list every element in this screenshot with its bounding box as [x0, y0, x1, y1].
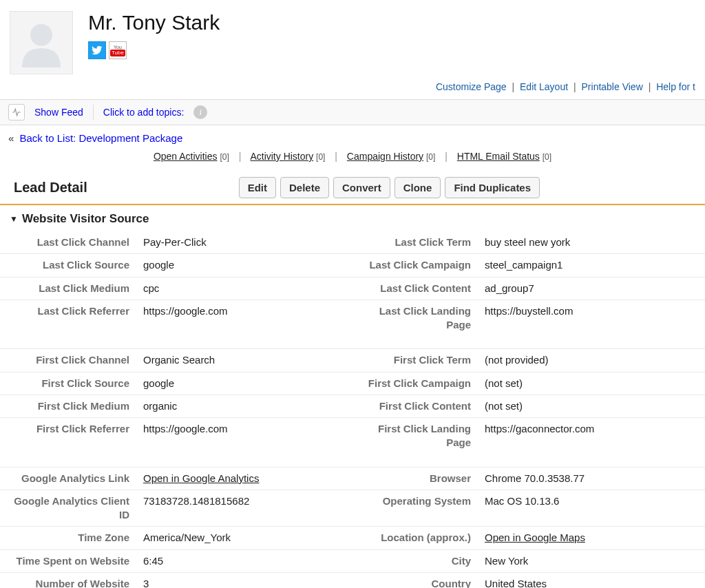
show-feed-link[interactable]: Show Feed [34, 107, 83, 118]
edit-button[interactable]: Edit [239, 177, 276, 198]
field-label: Google Analytics Link [0, 468, 138, 490]
customize-page-link[interactable]: Customize Page [436, 81, 507, 92]
field-value: Mac OS 10.13.6 [479, 490, 697, 527]
open-maps-link[interactable]: Open in Google Maps [485, 532, 585, 543]
find-duplicates-button[interactable]: Find Duplicates [445, 177, 540, 198]
field-label: First Click Landing Page [355, 418, 479, 454]
field-label: Last Click Content [355, 277, 479, 300]
field-label: Time Spent on Website [0, 550, 138, 572]
field-label: City [355, 550, 479, 572]
field-label: First Click Content [355, 395, 479, 417]
field-value: buy steel new york [479, 231, 697, 253]
field-label: Last Click Term [355, 231, 479, 253]
field-label: Location (approx.) [355, 527, 479, 549]
field-label: First Click Term [355, 349, 479, 371]
field-value: organic [138, 395, 355, 417]
field-label: Last Click Channel [0, 231, 138, 253]
info-icon[interactable]: i [193, 105, 207, 119]
convert-button[interactable]: Convert [333, 177, 390, 198]
pulse-icon[interactable] [8, 104, 25, 120]
field-value: cpc [138, 277, 355, 300]
open-activities-link[interactable]: Open Activities [154, 151, 218, 162]
field-value: ad_group7 [479, 277, 697, 300]
field-label: Browser [355, 468, 479, 490]
field-value: https://google.com [138, 418, 355, 454]
twitter-icon[interactable] [88, 41, 106, 59]
field-label: First Click Referrer [0, 418, 138, 454]
youtube-icon[interactable]: You Tube [109, 41, 127, 59]
field-value: https://buystell.com [479, 300, 697, 337]
field-value: google [138, 254, 355, 276]
field-label: Operating System [355, 490, 479, 527]
chevron-left-icon: « [8, 132, 14, 144]
field-value: (not provided) [479, 349, 697, 371]
field-label: First Click Campaign [355, 372, 479, 395]
detail-section-title: Lead Detail [14, 180, 87, 196]
collapse-icon[interactable]: ▼ [10, 214, 18, 224]
field-value: Organic Search [138, 349, 355, 371]
delete-button[interactable]: Delete [280, 177, 329, 198]
field-value: https://google.com [138, 300, 355, 337]
svg-point-0 [30, 24, 52, 46]
field-value: google [138, 372, 355, 395]
field-value: United States [479, 573, 697, 588]
field-value: New York [479, 550, 697, 572]
edit-layout-link[interactable]: Edit Layout [520, 81, 568, 92]
html-email-status-link[interactable]: HTML Email Status [457, 151, 540, 162]
field-value: (not set) [479, 395, 697, 417]
campaign-history-link[interactable]: Campaign History [347, 151, 423, 162]
field-value: America/New_York [138, 527, 355, 549]
field-label: Country [355, 573, 479, 588]
field-label: Last Click Campaign [355, 254, 479, 276]
avatar [10, 11, 73, 74]
field-value: Chrome 70.0.3538.77 [479, 468, 697, 490]
field-value: steel_campaign1 [479, 254, 697, 276]
open-ga-link[interactable]: Open in Google Analytics [143, 472, 259, 484]
section-heading: Website Visitor Source [22, 212, 149, 226]
back-to-list-link[interactable]: Back to List: Development Package [20, 132, 183, 144]
activity-history-link[interactable]: Activity History [250, 151, 313, 162]
field-label: Google Analytics Client ID [0, 490, 138, 527]
field-value: https://gaconnector.com [479, 418, 697, 454]
field-value: (not set) [479, 372, 697, 395]
printable-view-link[interactable]: Printable View [582, 81, 643, 92]
field-label: Number of Website Visits [0, 573, 138, 588]
field-label: First Click Source [0, 372, 138, 395]
field-label: Time Zone [0, 527, 138, 549]
field-label: Last Click Source [0, 254, 138, 276]
field-label: First Click Medium [0, 395, 138, 417]
field-value: 6:45 [138, 550, 355, 572]
field-label: Last Click Landing Page [355, 300, 479, 337]
field-label: Last Click Referrer [0, 300, 138, 337]
field-label: Last Click Medium [0, 277, 138, 300]
field-value: Pay-Per-Click [138, 231, 355, 253]
field-value: 73183728.1481815682 [138, 490, 355, 527]
clone-button[interactable]: Clone [394, 177, 441, 198]
add-topics-link[interactable]: Click to add topics: [103, 107, 185, 118]
help-link[interactable]: Help for t [656, 81, 695, 92]
page-title: Mr. Tony Stark [88, 11, 220, 34]
field-label: First Click Channel [0, 349, 138, 371]
field-value: 3 [138, 573, 355, 588]
